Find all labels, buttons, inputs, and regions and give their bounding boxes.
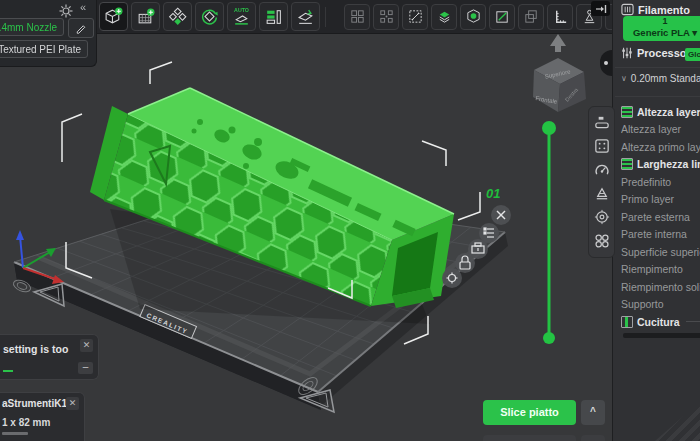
clone-button[interactable] xyxy=(518,4,544,30)
scale-icon xyxy=(407,8,424,25)
auto-rotate-icon xyxy=(200,7,219,26)
close-icon[interactable]: ✕ xyxy=(80,339,93,352)
filament-title: Filamento xyxy=(638,4,690,16)
settings-item-parete-interna[interactable]: Parete interna xyxy=(621,226,700,244)
section-rule xyxy=(686,321,700,322)
plate-settings-button[interactable] xyxy=(442,268,462,288)
add-model-button[interactable] xyxy=(99,2,128,31)
layer-slider[interactable] xyxy=(542,121,556,344)
add-plate-button[interactable] xyxy=(131,2,160,31)
cut-button[interactable] xyxy=(431,4,457,30)
strength-category-icon[interactable] xyxy=(593,137,611,155)
fill-color-button[interactable] xyxy=(259,2,288,31)
preset-dropdown[interactable]: ∨ 0.20mm Standard xyxy=(621,73,700,84)
settings-item-predefinito[interactable]: Predefinito xyxy=(621,173,700,191)
object-info-toast: aStrumentiK1 ✕ 1 x 82 mm xyxy=(0,392,85,441)
settings-item-altezza-layer[interactable]: Altezza layer xyxy=(621,121,700,139)
setting-label: Larghezza linea xyxy=(637,158,700,170)
object-size: 1 x 82 mm xyxy=(2,417,50,428)
add-model-icon xyxy=(104,7,123,26)
setting-label: Cucitura xyxy=(637,316,680,328)
draw-tool-icon xyxy=(494,8,511,25)
speed-category-icon[interactable] xyxy=(593,161,611,179)
close-icon[interactable]: ✕ xyxy=(66,397,79,410)
support-category-icon[interactable] xyxy=(593,185,611,203)
filament-icon xyxy=(621,3,634,16)
panel-collapse-top-button[interactable] xyxy=(591,1,610,16)
settings-list: Altezza layerAltezza layerAltezza primo … xyxy=(621,103,700,331)
print-plate-button[interactable] xyxy=(483,435,576,441)
setting-label: Riempimento solido xyxy=(621,281,700,293)
settings-item-supporto[interactable]: Supporto xyxy=(621,296,700,314)
plate-number: 01 xyxy=(486,186,500,201)
auto-orient-button[interactable]: AUTO xyxy=(227,2,256,31)
settings-section-altezza-layer[interactable]: Altezza layer xyxy=(621,103,700,121)
settings-scrollbar[interactable] xyxy=(623,333,700,338)
nav-cube[interactable]: Superiore Frontale Destra xyxy=(533,34,586,112)
cooling-category-icon[interactable] xyxy=(593,208,611,226)
sliders-icon xyxy=(621,47,633,59)
variable-layer-button[interactable] xyxy=(460,4,486,30)
setting-label: Supporto xyxy=(621,298,664,310)
scale-button[interactable] xyxy=(402,4,428,30)
cut-icon xyxy=(436,8,453,25)
minimize-button[interactable]: – xyxy=(78,362,93,374)
fill-color-icon xyxy=(264,7,283,26)
setting-label: Parete esterna xyxy=(621,211,690,223)
split-icon xyxy=(378,8,395,25)
setting-label: Altezza layer xyxy=(621,123,681,135)
plate-delete-button[interactable] xyxy=(491,205,511,225)
edit-nozzle-button[interactable] xyxy=(68,18,94,38)
measure-button[interactable] xyxy=(547,4,573,30)
auto-rotate-button[interactable] xyxy=(195,2,224,31)
auto-arrange-button[interactable] xyxy=(163,2,192,31)
lay-on-face-button[interactable] xyxy=(291,2,320,31)
variable-layer-icon xyxy=(465,8,482,25)
settings-item-primo-layer[interactable]: Primo layer xyxy=(621,191,700,209)
process-title: Processo xyxy=(637,47,687,59)
quality-category-icon[interactable] xyxy=(593,114,611,132)
draw-tool-button[interactable] xyxy=(489,4,515,30)
slice-options-button[interactable]: ^ xyxy=(581,400,605,425)
chevron-down-icon: ∨ xyxy=(621,74,627,83)
gear-icon[interactable] xyxy=(59,4,73,18)
preset-value: 0.20mm Standard xyxy=(631,73,700,84)
settings-item-parete-esterna[interactable]: Parete esterna xyxy=(621,208,700,226)
setting-label: Altezza primo layer xyxy=(621,141,700,153)
settings-category-strip xyxy=(588,106,615,258)
pencil-icon xyxy=(75,22,87,34)
object-meta xyxy=(2,432,28,435)
select-grid-button[interactable] xyxy=(344,4,370,30)
print-options-button[interactable] xyxy=(581,435,605,441)
process-scope-badge[interactable]: Globale xyxy=(685,48,700,61)
setting-label: Riempimento xyxy=(621,263,683,275)
setting-label: Altezza layer xyxy=(637,106,700,118)
warning-link[interactable] xyxy=(3,361,13,372)
others-category-icon[interactable] xyxy=(593,232,611,250)
settings-item-altezza-primo-layer[interactable]: Altezza primo layer xyxy=(621,138,700,156)
slider-handle-bottom[interactable] xyxy=(543,332,555,344)
plate-type-field[interactable]: Textured PEI Plate xyxy=(0,40,88,58)
layers-section-icon xyxy=(621,106,633,118)
settings-item-riempimento-solido[interactable]: Riempimento solido xyxy=(621,278,700,296)
filament-material[interactable]: Generic PLA ▾ xyxy=(623,27,700,39)
measure-icon xyxy=(552,8,569,25)
settings-section-cucitura[interactable]: Cucitura xyxy=(621,313,700,331)
slice-plate-button[interactable]: Slice piatto xyxy=(483,400,576,425)
setting-label: Primo layer xyxy=(621,193,674,205)
nav-arrow-up-icon[interactable] xyxy=(550,34,566,52)
toolbar-separator xyxy=(325,7,339,27)
settings-item-superficie-superiore[interactable]: Superficie superiore xyxy=(621,243,700,261)
seam-section-icon xyxy=(621,316,633,328)
filament-selector[interactable]: 1 Generic PLA ▾ xyxy=(623,16,700,41)
parameters-panel: Filamento 1 Generic PLA ▾ Processo Globa… xyxy=(612,0,700,441)
settings-item-riempimento[interactable]: Riempimento xyxy=(621,261,700,279)
settings-section-larghezza-linea[interactable]: Larghezza linea xyxy=(621,156,700,174)
filament-header: Filamento xyxy=(621,3,690,16)
slider-handle-top[interactable] xyxy=(542,121,556,135)
printer-panel: « 0.4mm Nozzle Textured PEI Plate xyxy=(0,0,97,67)
divider xyxy=(615,67,700,68)
nozzle-field[interactable]: 0.4mm Nozzle xyxy=(0,18,64,36)
split-button[interactable] xyxy=(373,4,399,30)
panel-collapse-button[interactable]: « xyxy=(80,1,86,13)
